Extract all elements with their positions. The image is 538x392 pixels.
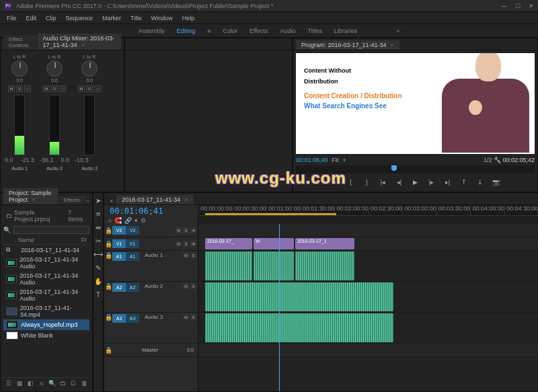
clip[interactable]: 2016-03-17_1 — [295, 238, 354, 249]
marker-icon[interactable]: ▾ — [134, 217, 138, 224]
timeline-ruler[interactable]: 00:00:00:00 00:00:30:00 00:01:00:00 00:0… — [198, 205, 538, 216]
menu-sequence[interactable]: Sequence — [62, 13, 98, 23]
settings-icon[interactable]: ⚙ — [141, 217, 146, 224]
track-header-v1[interactable]: 🔒V1V1MS👁 — [104, 237, 198, 251]
step-forward-button[interactable]: |▸ — [427, 178, 436, 187]
source-patch[interactable]: A3 — [112, 314, 126, 323]
mute-toggle[interactable]: M — [176, 241, 182, 247]
tab-effect-controls[interactable]: Effect Controls — [3, 35, 37, 50]
list-view-button[interactable]: ☰ — [5, 379, 13, 387]
tab-project[interactable]: Project: Sample Project× — [3, 188, 58, 204]
workspace-audio[interactable]: Audio — [280, 28, 295, 34]
master-db[interactable]: 0.0 — [187, 348, 198, 352]
play-button[interactable]: ▶ — [411, 178, 420, 187]
program-fit-dropdown[interactable]: Fit — [332, 157, 339, 163]
voiceover-button[interactable]: ○ — [24, 85, 31, 92]
target-patch[interactable]: A1 — [126, 252, 139, 261]
clip[interactable] — [205, 313, 393, 342]
close-button[interactable]: ✕ — [529, 3, 534, 9]
menu-marker[interactable]: Marker — [98, 13, 125, 23]
solo-toggle[interactable]: S — [183, 241, 189, 247]
project-item[interactable]: 2016-03-17_11-41-34 Audio — [3, 271, 89, 287]
clip[interactable] — [295, 251, 354, 280]
find-button[interactable]: 🔍 — [48, 379, 56, 387]
mute-button[interactable]: M — [8, 85, 15, 92]
track-header-master[interactable]: 🔒Master0.0 — [104, 344, 198, 357]
mute-toggle[interactable]: M — [183, 283, 189, 289]
mark-out-button[interactable]: } — [362, 178, 372, 187]
hand-tool[interactable]: ✋ — [93, 276, 103, 286]
solo-toggle[interactable]: S — [190, 252, 196, 258]
slip-tool[interactable]: ⟷ — [93, 249, 103, 259]
target-patch[interactable]: V1 — [126, 239, 139, 248]
project-item[interactable]: ⧉2016-03-17_11-41-34 — [3, 245, 89, 255]
clear-button[interactable]: 🗑 — [80, 379, 88, 387]
voiceover-button[interactable]: ○ — [94, 85, 101, 92]
nest-icon[interactable]: ⎌ — [108, 217, 112, 224]
lift-button[interactable]: ⤒ — [459, 178, 469, 187]
mute-toggle[interactable]: M — [176, 227, 182, 233]
clip[interactable] — [205, 251, 252, 280]
wrench-icon[interactable]: 🔧 — [494, 157, 501, 163]
work-area-bar[interactable] — [205, 213, 336, 215]
close-tab-icon[interactable]: × — [391, 42, 394, 48]
workspace-effects[interactable]: Effects — [249, 28, 268, 34]
eye-toggle[interactable]: 👁 — [190, 241, 196, 247]
mark-in-button[interactable]: { — [346, 178, 356, 187]
pan-value[interactable]: 0.0 — [16, 78, 23, 83]
go-to-out-button[interactable]: ▸| — [443, 178, 453, 187]
menu-title[interactable]: Title — [126, 13, 146, 23]
solo-button[interactable]: S — [51, 85, 58, 92]
linked-selection[interactable]: 🔗 — [124, 217, 132, 224]
track-select-tool[interactable]: ⤱ — [93, 209, 103, 219]
lock-icon[interactable]: 🔒 — [104, 283, 112, 290]
source-patch[interactable]: A1 — [112, 252, 126, 261]
extract-button[interactable]: ⤓ — [475, 178, 485, 187]
mute-toggle[interactable]: M — [183, 314, 189, 320]
pan-knob[interactable] — [11, 61, 28, 77]
project-item[interactable]: Always_Hopeful.mp3 — [3, 319, 89, 330]
track-vid[interactable] — [198, 344, 538, 357]
source-patch[interactable]: A2 — [112, 283, 126, 292]
solo-toggle[interactable]: S — [190, 283, 196, 289]
program-zoom-dropdown[interactable]: 1/2 — [484, 157, 492, 163]
workspace-titles[interactable]: Titles — [308, 28, 322, 34]
source-patch[interactable]: V1 — [112, 239, 126, 248]
col-name[interactable]: Name — [18, 237, 81, 243]
mute-button[interactable]: M — [78, 85, 85, 92]
menu-help[interactable]: Help — [178, 13, 199, 23]
automate-button[interactable]: ⎋ — [37, 379, 45, 387]
track-header-a2[interactable]: 🔒A2A2Audio 2MS — [104, 282, 198, 313]
lock-icon[interactable]: 🔒 — [104, 314, 112, 321]
panel-menu-icon[interactable]: » — [86, 198, 89, 204]
workspace-assembly[interactable]: Assembly — [139, 28, 165, 34]
solo-button[interactable]: S — [86, 85, 93, 92]
freeform-view-button[interactable]: ◧ — [26, 379, 34, 387]
lock-icon[interactable]: 🔒 — [104, 347, 112, 354]
pen-tool[interactable]: ✎ — [93, 263, 103, 272]
workspace-editing-menu-icon[interactable]: ≡ — [207, 28, 210, 34]
search-icon[interactable]: 🔍 — [3, 227, 11, 233]
snap-icon[interactable]: × — [107, 198, 116, 204]
program-timecode[interactable]: 00:01:06;40 — [296, 157, 328, 163]
type-tool[interactable]: T — [93, 290, 103, 299]
track-vid[interactable]: 2016-03-17_W2016-03-17_1 — [198, 237, 538, 251]
target-patch[interactable]: A2 — [126, 283, 139, 292]
track-header-a1[interactable]: 🔒A1A1Audio 1MS — [104, 251, 198, 282]
solo-toggle[interactable]: S — [183, 227, 189, 233]
lock-icon[interactable]: 🔒 — [104, 241, 112, 247]
pan-value[interactable]: 0.0 — [51, 78, 58, 83]
pan-value[interactable]: 0.0 — [86, 78, 93, 83]
selection-tool[interactable]: ➤ — [93, 196, 103, 205]
new-item-button[interactable]: 🗋 — [69, 379, 77, 387]
solo-toggle[interactable]: S — [190, 314, 196, 320]
clip[interactable]: W — [254, 238, 294, 249]
minimize-button[interactable]: — — [501, 3, 507, 9]
menu-window[interactable]: Window — [147, 13, 177, 23]
icon-view-button[interactable]: ▦ — [15, 379, 24, 387]
clip[interactable] — [205, 282, 393, 311]
tab-program[interactable]: Program: 2016-03-17_11-41-34× — [296, 40, 399, 50]
mute-toggle[interactable]: M — [183, 252, 189, 258]
workspace-overflow-icon[interactable]: » — [396, 28, 399, 34]
menu-clip[interactable]: Clip — [42, 13, 61, 23]
